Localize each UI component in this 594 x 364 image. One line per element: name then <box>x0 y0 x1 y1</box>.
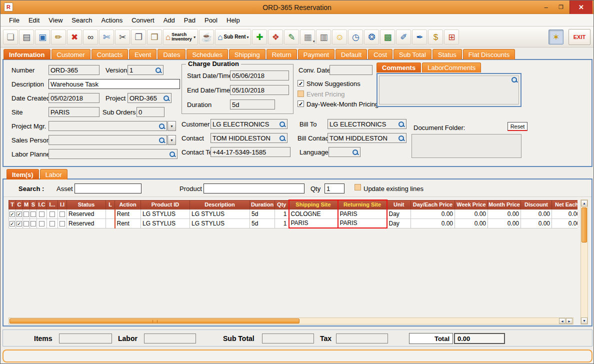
key-button[interactable]: ✒ <box>412 30 427 44</box>
cell-description[interactable]: LG STYLUS <box>190 209 250 218</box>
cell-product-id[interactable]: LG STYLUS <box>141 218 190 228</box>
scroll-left-button[interactable]: ◄ <box>559 318 566 324</box>
col-header-returning-site[interactable]: Returning Site <box>338 200 387 209</box>
scroll-down-button[interactable]: ▼ <box>581 318 588 324</box>
horizontal-scroll-thumb[interactable] <box>10 318 300 324</box>
find-button[interactable]: ∞ <box>83 30 98 44</box>
day-week-month-checkbox[interactable] <box>298 100 304 107</box>
cut-document-button[interactable]: ✄ <box>99 30 114 44</box>
cell-returning-site[interactable]: PARIS <box>338 218 387 228</box>
cell-month-price[interactable]: 0.00 <box>488 218 521 228</box>
col-header-action[interactable]: Action <box>115 200 141 209</box>
cell-week-price[interactable]: 0.00 <box>455 209 488 218</box>
magic-wand-button[interactable]: ✶ <box>548 30 564 44</box>
menu-help[interactable]: Help <box>222 14 244 26</box>
row-checkbox[interactable] <box>16 221 22 226</box>
cell-duration[interactable]: 5d <box>250 218 275 228</box>
conv-date-field[interactable] <box>330 65 372 75</box>
labor-planner-lookup-icon[interactable] <box>169 151 176 158</box>
cell-returning-site[interactable]: PARIS <box>338 209 387 218</box>
tab-cost[interactable]: Cost <box>368 49 392 60</box>
print-labels-button[interactable]: ▥ <box>316 30 331 44</box>
contact-field[interactable]: TOM HIDDLESTON <box>210 133 288 143</box>
duration-field[interactable]: 5d <box>230 100 275 110</box>
project-mgr-lookup-icon[interactable] <box>158 123 165 130</box>
col-header-duration[interactable]: Duration <box>250 200 275 209</box>
cell-l[interactable] <box>106 218 115 228</box>
new-document-button[interactable]: ❏ <box>3 30 18 44</box>
minimize-button[interactable]: – <box>538 0 554 14</box>
asset-search-input[interactable] <box>74 184 142 194</box>
sub-orders-field[interactable]: 0 <box>136 107 164 117</box>
version-field[interactable]: 1 <box>128 65 164 75</box>
product-search-input[interactable] <box>204 184 304 194</box>
time-button[interactable]: ◷ <box>348 30 363 44</box>
language-lookup-icon[interactable] <box>352 149 358 156</box>
mug-button[interactable]: ☕ <box>199 30 214 44</box>
cell-discount[interactable]: 0.00 <box>521 218 552 228</box>
row-checkbox[interactable] <box>10 212 15 217</box>
copy-button[interactable]: ❐ <box>131 30 146 44</box>
tab-payment[interactable]: Payment <box>298 49 334 60</box>
row-checkbox[interactable] <box>39 221 44 226</box>
tab-flat-discounts[interactable]: Flat Discounts <box>463 49 515 60</box>
col-header-net-each[interactable]: Net Each <box>552 200 578 209</box>
tab-schedules[interactable]: Schedules <box>186 49 228 60</box>
col-header-unit[interactable]: Unit <box>387 200 411 209</box>
col-header-discount[interactable]: Discount <box>521 200 552 209</box>
cell-week-price[interactable]: 0.00 <box>455 218 488 228</box>
search-inventory-button[interactable]: ⌂ Search Inventory ▾ <box>163 29 198 45</box>
cell-status[interactable]: Reserved <box>67 209 106 218</box>
col-header-m[interactable]: M <box>23 200 30 209</box>
tab-contacts[interactable]: Contacts <box>92 49 128 60</box>
cell-status[interactable]: Reserved <box>67 218 106 228</box>
sales-person-field[interactable] <box>48 135 167 145</box>
col-header-l[interactable]: L <box>106 200 115 209</box>
cell-unit[interactable]: Day <box>387 209 411 218</box>
table-row[interactable]: Reserved Rent LG STYLUS LG STYLUS 5d 1 P… <box>9 218 578 228</box>
menu-file[interactable]: File <box>4 14 24 26</box>
print-button[interactable]: ▤ <box>19 30 34 44</box>
vertical-scrollbar[interactable]: ▲ ▼ <box>580 200 588 324</box>
col-header-day-each-price[interactable]: Day/Each Price <box>411 200 455 209</box>
row-checkbox[interactable] <box>39 212 44 217</box>
cell-action[interactable]: Rent <box>115 218 141 228</box>
col-header-week-price[interactable]: Week Price <box>455 200 488 209</box>
project-mgr-field[interactable] <box>48 121 167 131</box>
bill-contact-lookup-icon[interactable] <box>398 135 404 142</box>
tab-subtotal[interactable]: Sub Total <box>394 49 432 60</box>
tab-shipping[interactable]: Shipping <box>229 49 266 60</box>
exit-button[interactable]: EXIT <box>568 29 590 45</box>
col-header-qty[interactable]: Qty <box>275 200 289 209</box>
cell-unit[interactable]: Day <box>387 218 411 228</box>
cell-product-id[interactable]: LG STYLUS <box>141 209 190 218</box>
menu-add[interactable]: Add <box>159 14 180 26</box>
add-line-button[interactable]: ✚ <box>252 30 267 44</box>
cell-net-each[interactable]: 0.00 <box>552 209 578 218</box>
contact-tel-field[interactable]: +44-17-5349-1585 <box>210 147 290 157</box>
start-date-field[interactable]: 05/06/2018 <box>230 70 289 80</box>
cell-qty[interactable]: 1 <box>275 218 289 228</box>
customer-field[interactable]: LG ELECTRONICS <box>210 119 288 129</box>
reset-button[interactable]: Reset <box>508 122 528 131</box>
customer-lookup-icon[interactable] <box>279 121 286 128</box>
crew-button[interactable]: ❖ <box>268 30 283 44</box>
scroll-right-button[interactable]: ► <box>566 318 572 324</box>
tab-comments[interactable]: Comments <box>376 62 421 72</box>
cube-button[interactable]: ▩ <box>380 30 395 44</box>
menu-view[interactable]: View <box>44 14 67 26</box>
sales-person-lookup-icon[interactable] <box>158 137 165 144</box>
cell-description[interactable]: LG STYLUS <box>190 218 250 228</box>
description-field[interactable]: Warehouse Task <box>48 79 180 89</box>
col-header-month-price[interactable]: Month Price <box>488 200 521 209</box>
row-checkbox[interactable] <box>50 212 55 217</box>
col-header-product-id[interactable]: Product ID <box>141 200 190 209</box>
update-existing-checkbox[interactable] <box>354 184 361 190</box>
edit-button[interactable]: ✏ <box>51 30 66 44</box>
col-header-status[interactable]: Status <box>67 200 106 209</box>
menu-search[interactable]: Search <box>67 14 96 26</box>
tab-event[interactable]: Event <box>129 49 156 60</box>
cell-discount[interactable]: 0.00 <box>521 209 552 218</box>
blocks-button[interactable]: ⊞ <box>444 30 459 44</box>
cell-l[interactable] <box>106 209 115 218</box>
